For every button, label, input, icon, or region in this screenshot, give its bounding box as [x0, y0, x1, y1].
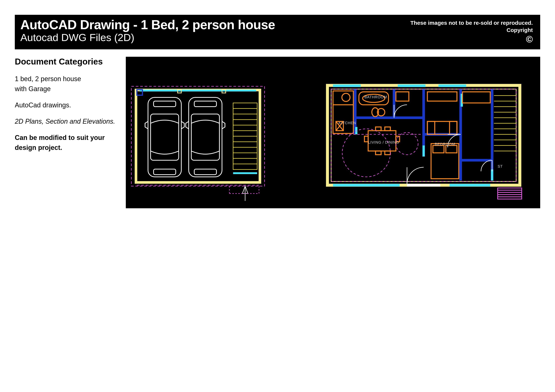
svg-rect-38	[407, 184, 440, 186]
svg-rect-87	[498, 188, 522, 199]
svg-rect-7	[148, 97, 181, 177]
svg-rect-67	[462, 92, 490, 103]
svg-rect-12	[191, 114, 219, 160]
label-kitchen: KITCHEN	[339, 121, 356, 125]
svg-rect-54	[376, 127, 381, 131]
sidebar-text: 1 bed, 2 person house	[15, 75, 81, 83]
page-title: AutoCAD Drawing - 1 Bed, 2 person house	[20, 18, 275, 32]
svg-rect-63	[427, 92, 457, 101]
label-st: ST	[498, 164, 503, 168]
svg-rect-35	[438, 85, 466, 87]
svg-rect-52	[396, 92, 409, 101]
svg-rect-8	[151, 114, 179, 160]
svg-rect-40	[423, 145, 425, 157]
svg-rect-61	[427, 121, 435, 134]
floorplan-svg: KITCHEN BATHROOM LIVING / DINING BEDROOM…	[126, 57, 540, 208]
svg-rect-9	[153, 101, 176, 107]
svg-rect-13	[194, 101, 216, 107]
svg-rect-33	[333, 85, 361, 87]
copyright-note-1: These images not to be re-sold or reprod…	[410, 19, 533, 26]
svg-rect-65	[433, 145, 444, 153]
svg-rect-58	[365, 136, 368, 142]
title-banner: AutoCAD Drawing - 1 Bed, 2 person house …	[15, 15, 540, 49]
svg-rect-37	[450, 184, 490, 186]
copyright-icon: ©	[526, 35, 533, 44]
sidebar-heading: Document Categories	[15, 57, 118, 66]
label-living: LIVING / DINING	[368, 140, 399, 144]
svg-rect-60	[427, 121, 457, 134]
svg-rect-56	[376, 151, 381, 155]
copyright-note-2: Copyright	[410, 26, 533, 34]
plan-house: KITCHEN BATHROOM LIVING / DINING BEDROOM…	[328, 85, 522, 199]
svg-rect-57	[385, 151, 390, 155]
sidebar-line-4: 2D Plans, Section and Elevations.	[15, 116, 118, 126]
svg-rect-10	[153, 169, 176, 175]
cad-drawing: KITCHEN BATHROOM LIVING / DINING BEDROOM…	[126, 57, 540, 208]
sidebar-line-5: Can be modified to suit your design proj…	[15, 133, 118, 153]
plan-garage	[131, 86, 264, 201]
svg-rect-55	[385, 127, 390, 131]
sidebar: Document Categories 1 bed, 2 person hous…	[15, 57, 118, 159]
sidebar-text: with Garage	[15, 85, 51, 93]
label-bathroom: BATHROOM	[365, 95, 387, 99]
svg-rect-11	[189, 97, 222, 177]
svg-rect-64	[431, 144, 459, 179]
svg-rect-14	[194, 169, 216, 175]
svg-point-48	[342, 93, 350, 101]
svg-rect-2	[140, 90, 256, 92]
banner-right: These images not to be re-sold or reprod…	[410, 18, 533, 44]
label-bedroom: BEDROOM	[435, 142, 455, 146]
sidebar-line-1: 1 bed, 2 person house with Garage	[15, 74, 118, 94]
page-subtitle: Autocad DWG Files (2D)	[20, 31, 275, 43]
svg-rect-34	[398, 85, 425, 87]
svg-rect-62	[450, 121, 457, 134]
svg-rect-36	[333, 184, 400, 186]
sidebar-line-3: AutoCad drawings.	[15, 100, 118, 110]
banner-left: AutoCAD Drawing - 1 Bed, 2 person house …	[20, 18, 275, 43]
